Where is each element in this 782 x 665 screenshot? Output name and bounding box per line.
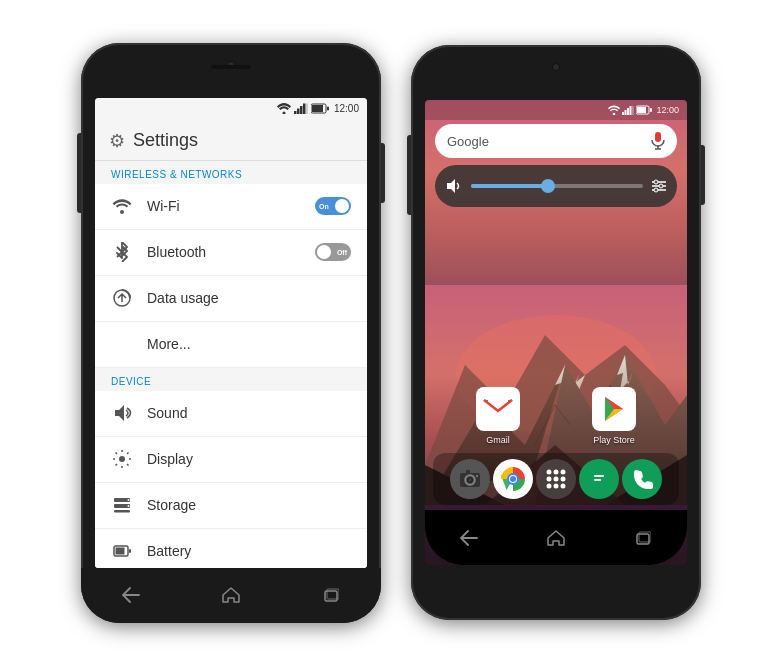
settings-title: Settings xyxy=(133,130,198,151)
hangouts-dock-icon[interactable] xyxy=(579,459,619,499)
play-store-icon-img xyxy=(592,387,636,431)
play-store-app-icon[interactable]: Play Store xyxy=(592,387,636,445)
home-screen-content: 12:00 Google xyxy=(425,100,687,565)
bluetooth-toggle[interactable]: Off xyxy=(315,243,351,261)
svg-point-36 xyxy=(613,113,616,115)
wifi-icon xyxy=(111,195,133,217)
volume-control xyxy=(435,165,677,207)
data-usage-item[interactable]: Data usage xyxy=(95,276,367,322)
launcher-dock-icon[interactable] xyxy=(536,459,576,499)
svg-point-53 xyxy=(654,188,658,192)
svg-rect-1 xyxy=(294,111,297,114)
camera-dock-icon[interactable] xyxy=(450,459,490,499)
earpiece-speaker xyxy=(211,65,251,69)
wifi-toggle[interactable]: On xyxy=(315,197,351,215)
wireless-section-header: WIRELESS & NETWORKS xyxy=(95,161,367,184)
home-home-button[interactable] xyxy=(544,526,568,550)
svg-point-0 xyxy=(282,112,285,115)
phone-home: 12:00 Google xyxy=(411,45,701,620)
display-icon xyxy=(111,448,133,470)
chrome-dock-icon[interactable] xyxy=(493,459,533,499)
battery-status-icon xyxy=(311,103,329,114)
google-search-bar[interactable]: Google xyxy=(435,124,677,158)
mic-icon[interactable] xyxy=(651,132,665,150)
settings-nav-bar xyxy=(81,568,381,623)
storage-item[interactable]: Storage xyxy=(95,483,367,529)
bluetooth-label: Bluetooth xyxy=(147,244,301,260)
time-display: 12:00 xyxy=(334,103,359,114)
settings-content: ⚙ Settings WIRELESS & NETWORKS xyxy=(95,120,367,568)
svg-point-74 xyxy=(560,470,565,475)
display-item[interactable]: Display xyxy=(95,437,367,483)
svg-rect-4 xyxy=(303,104,306,115)
battery-item[interactable]: Battery xyxy=(95,529,367,568)
svg-rect-45 xyxy=(655,132,661,142)
home-screen: 12:00 Google xyxy=(425,100,687,565)
svg-point-77 xyxy=(560,477,565,482)
device-section-header: DEVICE xyxy=(95,368,367,391)
svg-rect-37 xyxy=(622,112,624,115)
volume-icon xyxy=(445,177,463,195)
svg-point-51 xyxy=(654,180,658,184)
svg-point-11 xyxy=(119,456,125,462)
home-signal-icon xyxy=(622,105,634,115)
home-battery-icon xyxy=(636,105,652,115)
svg-point-78 xyxy=(546,484,551,489)
phone-dock-icon[interactable] xyxy=(622,459,662,499)
data-usage-icon xyxy=(111,287,133,309)
storage-label: Storage xyxy=(147,497,351,513)
sound-item[interactable]: Sound xyxy=(95,391,367,437)
svg-rect-40 xyxy=(630,106,632,115)
home-time: 12:00 xyxy=(656,105,679,115)
home-status-icons: 12:00 xyxy=(608,105,679,115)
svg-rect-14 xyxy=(114,510,130,513)
settings-gear-icon: ⚙ xyxy=(109,130,125,152)
svg-rect-19 xyxy=(129,549,131,553)
home-status-bar: 12:00 xyxy=(425,100,687,120)
svg-rect-8 xyxy=(327,107,329,111)
settings-screen: 12:00 ⚙ Settings WIRELESS & NETWORKS xyxy=(95,98,367,568)
recents-button[interactable] xyxy=(319,583,343,607)
wifi-item[interactable]: Wi-Fi On xyxy=(95,184,367,230)
bluetooth-icon xyxy=(111,241,133,263)
back-button[interactable] xyxy=(119,583,143,607)
data-usage-label: Data usage xyxy=(147,290,351,306)
svg-point-52 xyxy=(659,184,663,188)
home-button[interactable] xyxy=(219,583,243,607)
svg-point-79 xyxy=(553,484,558,489)
settings-list: WIRELESS & NETWORKS Wi-Fi On xyxy=(95,161,367,568)
wifi-label: Wi-Fi xyxy=(147,198,301,214)
battery-label: Battery xyxy=(147,543,351,559)
volume-slider[interactable] xyxy=(471,184,643,188)
volume-knob[interactable] xyxy=(541,179,555,193)
svg-point-66 xyxy=(476,475,478,477)
home-wifi-icon xyxy=(608,105,620,115)
more-item[interactable]: More... xyxy=(95,322,367,368)
front-camera-2 xyxy=(552,63,560,71)
settings-header: ⚙ Settings xyxy=(95,120,367,161)
status-icons: 12:00 xyxy=(277,103,359,114)
svg-rect-82 xyxy=(594,479,601,481)
svg-rect-38 xyxy=(625,110,627,115)
svg-rect-3 xyxy=(300,106,303,114)
home-recents-button[interactable] xyxy=(631,526,655,550)
gmail-app-icon[interactable]: Gmail xyxy=(476,387,520,445)
battery-icon xyxy=(111,540,133,562)
svg-rect-18 xyxy=(116,548,125,555)
svg-rect-39 xyxy=(627,108,629,115)
phone-settings: 12:00 ⚙ Settings WIRELESS & NETWORKS xyxy=(81,43,381,623)
gmail-icon-img xyxy=(476,387,520,431)
play-store-label: Play Store xyxy=(593,435,635,445)
home-nav-bar xyxy=(425,510,687,565)
sound-label: Sound xyxy=(147,405,351,421)
gmail-label: Gmail xyxy=(486,435,510,445)
svg-rect-7 xyxy=(312,105,323,112)
volume-fill xyxy=(471,184,548,188)
svg-rect-2 xyxy=(297,109,300,115)
svg-point-76 xyxy=(553,477,558,482)
app-dock xyxy=(433,453,679,505)
volume-settings-icon[interactable] xyxy=(651,178,667,194)
bluetooth-item[interactable]: Bluetooth Off xyxy=(95,230,367,276)
home-back-button[interactable] xyxy=(457,526,481,550)
app-icons-row: Gmail Play Store xyxy=(425,387,687,445)
